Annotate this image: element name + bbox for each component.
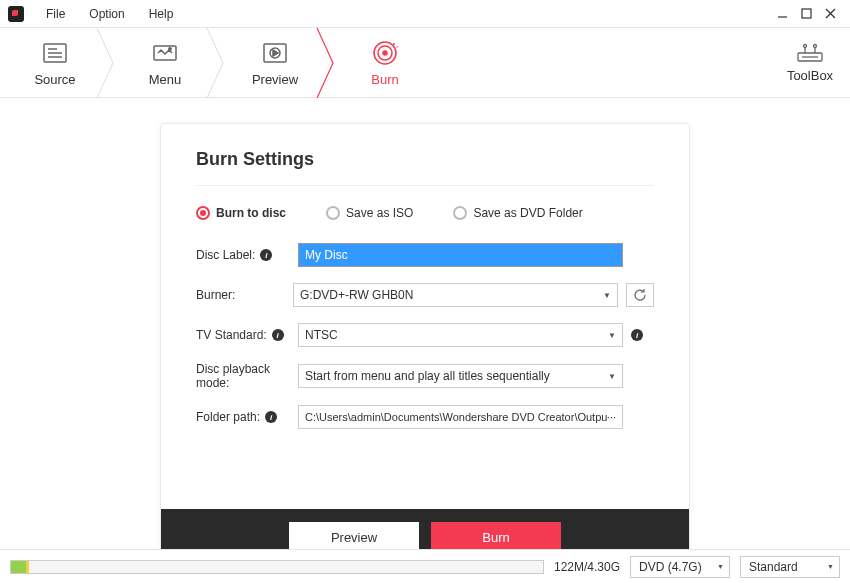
step-preview[interactable]: Preview <box>230 28 320 98</box>
svg-point-15 <box>393 43 395 45</box>
refresh-burner-button[interactable] <box>626 283 654 307</box>
radio-burn-to-disc[interactable]: Burn to disc <box>196 206 286 220</box>
disc-label-input[interactable] <box>298 243 623 267</box>
preview-icon <box>261 39 289 67</box>
step-separator <box>320 28 340 98</box>
preview-button[interactable]: Preview <box>289 522 419 552</box>
ellipsis-icon: ··· <box>607 411 616 423</box>
panel-title: Burn Settings <box>196 149 654 170</box>
disc-label-label: Disc Label: i <box>196 248 298 262</box>
burn-button[interactable]: Burn <box>431 522 561 552</box>
toolbox-label: ToolBox <box>787 68 833 83</box>
info-icon[interactable]: i <box>272 329 284 341</box>
svg-point-9 <box>169 47 171 49</box>
svg-point-14 <box>383 51 387 55</box>
radio-label: Save as DVD Folder <box>473 206 582 220</box>
folder-path-field[interactable]: C:\Users\admin\Documents\Wondershare DVD… <box>298 405 623 429</box>
step-preview-label: Preview <box>252 72 298 87</box>
menu-file[interactable]: File <box>34 3 77 25</box>
info-icon[interactable]: i <box>260 249 272 261</box>
menu-icon <box>151 39 179 67</box>
tv-standard-select[interactable]: NTSC▼ <box>298 323 623 347</box>
folder-path-label: Folder path: i <box>196 410 298 424</box>
menu-help[interactable]: Help <box>137 3 186 25</box>
step-source-label: Source <box>34 72 75 87</box>
burn-disc-icon <box>371 39 399 67</box>
burner-label: Burner: <box>196 288 293 302</box>
capacity-fill-green <box>11 561 26 573</box>
svg-point-21 <box>814 44 817 47</box>
info-icon[interactable]: i <box>265 411 277 423</box>
chevron-down-icon: ▼ <box>608 331 616 340</box>
radio-label: Save as ISO <box>346 206 413 220</box>
radio-icon <box>453 206 467 220</box>
chevron-down-icon: ▼ <box>608 372 616 381</box>
divider <box>196 185 654 186</box>
info-icon[interactable]: i <box>631 329 643 341</box>
capacity-text: 122M/4.30G <box>554 560 620 574</box>
maximize-button[interactable] <box>794 4 818 24</box>
playback-mode-select[interactable]: Start from menu and play all titles sequ… <box>298 364 623 388</box>
radio-save-dvd-folder[interactable]: Save as DVD Folder <box>453 206 582 220</box>
radio-label: Burn to disc <box>216 206 286 220</box>
step-burn-label: Burn <box>371 72 398 87</box>
tv-standard-label: TV Standard: i <box>196 328 298 342</box>
radio-icon <box>196 206 210 220</box>
minimize-button[interactable] <box>770 4 794 24</box>
disc-type-select[interactable]: DVD (4.7G) <box>630 556 730 578</box>
burner-select[interactable]: G:DVD+-RW GHB0N▼ <box>293 283 618 307</box>
capacity-fill-yellow <box>26 561 29 573</box>
quality-select[interactable]: Standard <box>740 556 840 578</box>
burn-settings-panel: Burn Settings Burn to disc Save as ISO S… <box>160 123 690 566</box>
toolbox-button[interactable]: ToolBox <box>770 43 850 83</box>
radio-save-iso[interactable]: Save as ISO <box>326 206 413 220</box>
capacity-bar <box>10 560 544 574</box>
radio-icon <box>326 206 340 220</box>
svg-rect-1 <box>802 9 811 18</box>
step-separator <box>210 28 230 98</box>
playback-mode-label: Disc playback mode: <box>196 362 298 390</box>
app-logo-icon <box>8 6 24 22</box>
svg-point-20 <box>804 44 807 47</box>
svg-point-16 <box>396 46 397 47</box>
step-menu-label: Menu <box>149 72 182 87</box>
close-button[interactable] <box>818 4 842 24</box>
step-separator <box>100 28 120 98</box>
chevron-down-icon: ▼ <box>603 291 611 300</box>
menu-option[interactable]: Option <box>77 3 136 25</box>
refresh-icon <box>633 288 647 302</box>
step-menu[interactable]: Menu <box>120 28 210 98</box>
step-source[interactable]: Source <box>10 28 100 98</box>
step-burn[interactable]: Burn <box>340 28 430 98</box>
source-icon <box>41 39 69 67</box>
toolbox-icon <box>796 43 824 63</box>
